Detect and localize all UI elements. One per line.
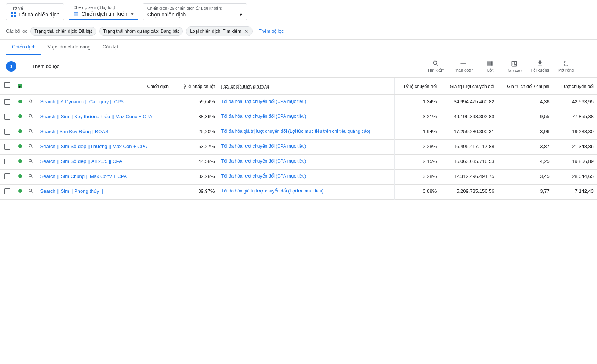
tab-settings[interactable]: Cài đặt: [97, 40, 124, 55]
header-cvr[interactable]: Tỷ lệ chuyển đổi: [395, 78, 440, 95]
toolbar-right: Tìm kiếm Phân đoạn Cột Báo cáo Tải xuống: [423, 57, 591, 75]
add-filter-link[interactable]: Thêm bộ lọc: [256, 27, 287, 35]
mode-dropdown-arrow: ▾: [131, 11, 134, 17]
campaign-selector[interactable]: Chiến dịch (29 chiến dịch từ 1 tài khoản…: [143, 3, 247, 20]
back-title-text: Tất cả chiến dịch: [18, 12, 59, 18]
campaign-link-6[interactable]: Search || Sim || Phong thủy ||: [40, 188, 103, 194]
filter-chip-campaign-type[interactable]: Loại chiến dịch: Tìm kiếm ✕: [186, 26, 253, 36]
toolbar-filter-button[interactable]: Thêm bộ lọc: [19, 61, 64, 72]
campaign-title-text: Chọn chiến dịch: [147, 12, 186, 18]
column-icon: [486, 60, 494, 67]
row-campaign-name-0: Search || A.Dynamic || Category || CPA: [37, 95, 172, 110]
filter-chip-campaign-status[interactable]: Trạng thái chiến dịch: Đã bật: [30, 27, 96, 36]
campaign-link-3[interactable]: Search || Sim Số đẹp ||Thường || Max Con…: [40, 144, 147, 149]
toolbar-column-label: Cột: [487, 68, 493, 73]
row-strategy-2: Tối đa hóa giá trị lượt chuyển đổi (Lợi …: [218, 125, 395, 139]
header-strategy[interactable]: Loại chiến lược giá thầu: [218, 78, 395, 95]
header-type-icon: [25, 78, 37, 95]
row-checkbox-6[interactable]: [4, 188, 10, 194]
search-type-icon-4: [28, 159, 34, 164]
header-value-cost[interactable]: Giá trị ch đối / chi phí: [497, 78, 553, 95]
row-checkbox-0[interactable]: [4, 99, 10, 105]
filter-chip-campaign-type-text: Loại chiến dịch: Tìm kiếm: [190, 29, 241, 34]
row-status-cell: [15, 95, 25, 110]
tab-pending[interactable]: Việc làm chưa đăng: [41, 40, 97, 55]
row-cvr-3: 2,28%: [395, 139, 440, 154]
row-conversions-3: 21.348,86: [553, 139, 597, 154]
row-type-icon-cell: [25, 184, 37, 199]
search-type-icon-3: [28, 144, 34, 149]
campaign-link-1[interactable]: Search || Sim || Key thương hiệu || Max …: [40, 114, 153, 119]
mode-selector[interactable]: Chế độ xem (3 bộ lọc) Chiến dịch tìm kiế…: [69, 3, 138, 20]
filter-chip-adgroup-status[interactable]: Trạng thái nhóm quảng cáo: Đang bật: [99, 27, 183, 36]
row-value-cost-0: 4,36: [497, 95, 553, 110]
campaign-link-5[interactable]: Search || Sim Chung || Max Conv + CPA: [40, 173, 127, 179]
campaign-link-4[interactable]: Search || Sim Số đẹp || All 25/5 || CPA: [40, 159, 122, 164]
row-checkbox-cell: [0, 184, 15, 199]
search-type-icon-6: [28, 188, 34, 194]
toolbar-download-label: Tải xuống: [531, 68, 549, 73]
filter-chip-campaign-type-remove[interactable]: ✕: [244, 28, 249, 34]
toolbar-report-button[interactable]: Báo cáo: [503, 58, 525, 75]
row-cvr-0: 1,34%: [395, 95, 440, 110]
search-type-icon-2: [28, 129, 34, 134]
row-checkbox-1[interactable]: [4, 114, 10, 120]
status-dot-header: ●: [18, 84, 22, 88]
table-row: Search || Sim Số đẹp ||Thường || Max Con…: [0, 139, 597, 154]
row-status-cell: [15, 169, 25, 184]
row-cvr-6: 0,88%: [395, 184, 440, 199]
row-conversions-5: 28.044,65: [553, 169, 597, 184]
row-status-cell: [15, 154, 25, 169]
header-campaign[interactable]: Chiến dịch: [37, 78, 172, 95]
toolbar-column-button[interactable]: Cột: [479, 57, 501, 75]
expand-icon: [562, 60, 570, 67]
toolbar-segment-button[interactable]: Phân đoạn: [450, 57, 477, 75]
tabs-row: Chiến dịch Việc làm chưa đăng Cài đặt: [0, 40, 597, 55]
select-all-checkbox[interactable]: [4, 82, 10, 88]
header-conversions[interactable]: Lượt chuyển đổi: [553, 78, 597, 95]
row-strategy-1: Tối đa hóa lượt chuyển đổi (CPA mục tiêu…: [218, 110, 395, 125]
row-type-icon-cell: [25, 95, 37, 110]
toolbar-add-filter-text: Thêm bộ lọc: [32, 63, 59, 69]
row-status-cell: [15, 184, 25, 199]
toolbar-expand-button[interactable]: Mở rộng: [554, 57, 578, 75]
row-conv-value-3: 16.495.417.117,88: [440, 139, 497, 154]
table-toolbar: 1 Thêm bộ lọc Tìm kiếm Phân đoạn Cộ: [0, 55, 597, 78]
header-conv-value[interactable]: Giá trị lượt chuyển đổi: [440, 78, 497, 95]
row-value-cost-1: 9,55: [497, 110, 553, 125]
row-checkbox-2[interactable]: [4, 129, 10, 135]
row-checkbox-3[interactable]: [4, 144, 10, 150]
toolbar-more-button[interactable]: ⋮: [579, 60, 591, 72]
row-cvr-1: 3,21%: [395, 110, 440, 125]
row-conversions-2: 19.238,30: [553, 125, 597, 139]
row-ctr-6: 39,97%: [172, 184, 218, 199]
row-checkbox-4[interactable]: [4, 159, 10, 164]
row-checkbox-5[interactable]: [4, 173, 10, 179]
row-conv-value-0: 34.994.475.460,82: [440, 95, 497, 110]
row-strategy-3: Tối đa hóa lượt chuyển đổi (CPA mục tiêu…: [218, 139, 395, 154]
row-conv-value-6: 5.209.735.156,56: [440, 184, 497, 199]
row-status-cell: [15, 110, 25, 125]
filter-icon: [24, 63, 31, 70]
campaign-link-0[interactable]: Search || A.Dynamic || Category || CPA: [40, 99, 124, 104]
filter-chip-campaign-status-text: Trạng thái chiến dịch: Đã bật: [34, 29, 92, 34]
header-ctr[interactable]: Tỷ lệ nhấp chuột: [172, 78, 218, 95]
header-cvr-text: Tỷ lệ chuyển đổi: [403, 84, 437, 89]
row-type-icon-cell: [25, 154, 37, 169]
toolbar-download-button[interactable]: Tải xuống: [527, 57, 553, 75]
toolbar-segment-label: Phân đoạn: [453, 68, 473, 73]
row-value-cost-3: 3,87: [497, 139, 553, 154]
campaign-link-2[interactable]: Search | Sim Key Rộng | ROAS: [40, 129, 109, 134]
row-cvr-5: 3,28%: [395, 169, 440, 184]
download-icon: [536, 60, 544, 67]
campaign-label: Chiến dịch (29 chiến dịch từ 1 tài khoản…: [147, 6, 222, 11]
toolbar-search-button[interactable]: Tìm kiếm: [423, 57, 448, 75]
back-button[interactable]: Trở về Tất cả chiến dịch: [6, 3, 64, 20]
tab-campaigns[interactable]: Chiến dịch: [6, 40, 41, 55]
report-icon: [510, 60, 518, 68]
row-checkbox-cell: [0, 125, 15, 139]
row-status-cell: [15, 139, 25, 154]
row-value-cost-6: 3,77: [497, 184, 553, 199]
header-ctr-text: Tỷ lệ nhấp chuột: [181, 84, 215, 89]
campaigns-table: ● Chiến dịch Tỷ lệ nhấp chuột Loại chiến…: [0, 78, 597, 200]
